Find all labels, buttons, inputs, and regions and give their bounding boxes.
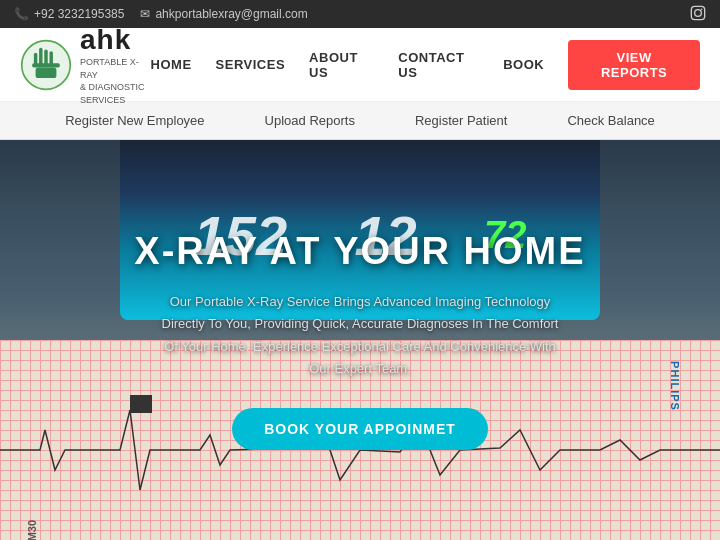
nav-contact[interactable]: CONTACT US — [398, 50, 479, 80]
sub-nav: Register New Employee Upload Reports Reg… — [0, 102, 720, 140]
top-bar-contacts: 📞 +92 3232195385 ✉ ahkportablexray@gmail… — [14, 7, 308, 21]
hero-section: 152 12 72 PHILIPS FM30 X-RAY AT YOUR HOM… — [0, 140, 720, 540]
svg-rect-0 — [691, 6, 704, 19]
nav-book[interactable]: BOOK — [503, 57, 544, 72]
email-address: ahkportablexray@gmail.com — [155, 7, 307, 21]
subnav-register-patient[interactable]: Register Patient — [415, 113, 508, 128]
view-reports-button[interactable]: VIEW REPORTS — [568, 40, 700, 90]
svg-point-2 — [701, 8, 703, 10]
nav-home[interactable]: HOME — [151, 57, 192, 72]
hero-description: Our Portable X-Ray Service Brings Advanc… — [160, 291, 560, 379]
hero-content: X-RAY AT YOUR HOME Our Portable X-Ray Se… — [0, 140, 720, 540]
subnav-check-balance[interactable]: Check Balance — [567, 113, 654, 128]
nav-about[interactable]: ABOUT US — [309, 50, 374, 80]
phone-icon: 📞 — [14, 7, 29, 21]
logo-ahk: ahk — [80, 23, 151, 57]
svg-point-1 — [695, 9, 702, 16]
svg-rect-9 — [36, 67, 57, 77]
svg-rect-8 — [32, 63, 60, 67]
nav-services[interactable]: SERVICES — [216, 57, 286, 72]
email-contact: ✉ ahkportablexray@gmail.com — [140, 7, 307, 21]
book-appointment-button[interactable]: BOOK YOUR APPOINMET — [232, 408, 488, 450]
subnav-register-employee[interactable]: Register New Employee — [65, 113, 204, 128]
logo: ahk PORTABLE X-RAY & DIAGNOSTIC SERVICES — [20, 23, 151, 107]
svg-rect-7 — [34, 52, 37, 64]
subnav-upload-reports[interactable]: Upload Reports — [265, 113, 355, 128]
navbar: ahk PORTABLE X-RAY & DIAGNOSTIC SERVICES… — [0, 28, 720, 102]
nav-links: HOME SERVICES ABOUT US CONTACT US BOOK V… — [151, 40, 700, 90]
email-icon: ✉ — [140, 7, 150, 21]
logo-text: ahk PORTABLE X-RAY & DIAGNOSTIC SERVICES — [80, 23, 151, 107]
phone-contact: 📞 +92 3232195385 — [14, 7, 124, 21]
instagram-icon[interactable] — [690, 5, 706, 24]
logo-subtitle: PORTABLE X-RAY & DIAGNOSTIC SERVICES — [80, 56, 151, 106]
logo-icon — [20, 39, 72, 91]
hero-title: X-RAY AT YOUR HOME — [134, 230, 585, 273]
phone-number: +92 3232195385 — [34, 7, 124, 21]
